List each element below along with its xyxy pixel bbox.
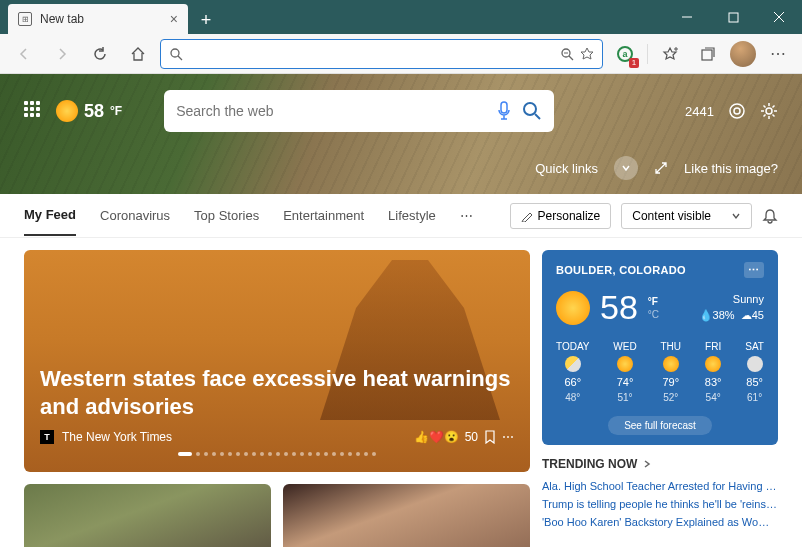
- address-input[interactable]: [189, 46, 554, 61]
- carousel-dots[interactable]: [40, 452, 514, 456]
- tab-title: New tab: [40, 12, 84, 26]
- zoom-icon[interactable]: [560, 47, 574, 61]
- sun-icon: [556, 291, 590, 325]
- source-logo: T: [40, 430, 54, 444]
- svg-point-15: [524, 103, 536, 115]
- extension-button[interactable]: a: [609, 38, 641, 70]
- forecast-day[interactable]: TODAY66°48°: [556, 341, 590, 403]
- bookmark-icon[interactable]: [484, 430, 496, 444]
- like-image-label[interactable]: Like this image?: [684, 161, 778, 176]
- nav-more-icon[interactable]: ⋯: [460, 196, 473, 235]
- profile-avatar[interactable]: [730, 41, 756, 67]
- svg-point-17: [730, 104, 744, 118]
- content-visible-dropdown[interactable]: Content visible: [621, 203, 752, 229]
- menu-button[interactable]: ⋯: [762, 38, 794, 70]
- settings-icon[interactable]: [760, 102, 778, 120]
- search-submit-icon[interactable]: [522, 101, 542, 121]
- new-tab-button[interactable]: +: [192, 6, 220, 34]
- weather-card[interactable]: BOULDER, COLORADO ⋯ 58 °F°C Sunny 💧38% ☁…: [542, 250, 778, 445]
- address-bar[interactable]: [160, 39, 603, 69]
- svg-rect-13: [702, 50, 712, 60]
- reaction-count: 50: [465, 430, 478, 444]
- new-tab-hero: 58°F 2441 Quick links Like this image?: [0, 74, 802, 194]
- trending-item[interactable]: 'Boo Hoo Karen' Backstory Explained as W…: [542, 513, 778, 531]
- close-window-button[interactable]: [756, 0, 802, 34]
- news-card-thumb[interactable]: [24, 484, 271, 547]
- trending-item[interactable]: Ala. High School Teacher Arrested for Ha…: [542, 477, 778, 495]
- weather-day-icon: [705, 356, 721, 372]
- hero-temp-unit: °F: [110, 104, 122, 118]
- nav-lifestyle[interactable]: Lifestyle: [388, 196, 436, 235]
- svg-rect-1: [729, 13, 738, 22]
- maximize-button[interactable]: [710, 0, 756, 34]
- chevron-right-icon: [643, 460, 651, 468]
- chevron-down-icon: [731, 211, 741, 221]
- weather-day-icon: [663, 356, 679, 372]
- refresh-button[interactable]: [84, 38, 116, 70]
- favorites-button[interactable]: [654, 38, 686, 70]
- favorite-icon[interactable]: [580, 47, 594, 61]
- card-menu-icon[interactable]: ⋯: [502, 430, 514, 444]
- weather-day-icon: [617, 356, 633, 372]
- weather-day-icon: [747, 356, 763, 372]
- trending-card: TRENDING NOW Ala. High School Teacher Ar…: [542, 457, 778, 531]
- svg-line-8: [569, 56, 573, 60]
- app-launcher-icon[interactable]: [24, 101, 44, 121]
- rewards-points[interactable]: 2441: [685, 104, 714, 119]
- home-button[interactable]: [122, 38, 154, 70]
- rewards-icon[interactable]: [728, 102, 746, 120]
- nav-coronavirus[interactable]: Coronavirus: [100, 196, 170, 235]
- trending-item[interactable]: Trump is telling people he thinks he'll …: [542, 495, 778, 513]
- minimize-button[interactable]: [664, 0, 710, 34]
- voice-search-icon[interactable]: [496, 101, 512, 121]
- content-visible-label: Content visible: [632, 209, 711, 223]
- forecast-day[interactable]: FRI83°54°: [705, 341, 722, 403]
- sun-icon: [56, 100, 78, 122]
- reaction-icons: 👍❤️😮: [414, 430, 459, 444]
- forecast-day[interactable]: WED74°51°: [613, 341, 636, 403]
- search-icon: [169, 47, 183, 61]
- forecast-day[interactable]: SAT85°61°: [745, 341, 764, 403]
- svg-line-5: [178, 56, 182, 60]
- weather-temp: 58: [600, 288, 638, 327]
- svg-text:a: a: [622, 49, 628, 59]
- window-controls: [664, 0, 802, 34]
- hero-search-box[interactable]: [164, 90, 554, 132]
- window-titlebar: ⊞ New tab × +: [0, 0, 802, 34]
- news-card-thumb[interactable]: [283, 484, 530, 547]
- svg-point-18: [734, 108, 740, 114]
- svg-rect-14: [501, 102, 507, 113]
- browser-toolbar: a ⋯: [0, 34, 802, 74]
- see-full-forecast[interactable]: See full forecast: [608, 416, 712, 435]
- collections-button[interactable]: [692, 38, 724, 70]
- tab-favicon: ⊞: [18, 12, 32, 26]
- hero-search-input[interactable]: [176, 103, 486, 119]
- hero-temp: 58: [84, 101, 104, 122]
- weather-menu-icon[interactable]: ⋯: [744, 262, 764, 278]
- hero-news-card[interactable]: Western states face excessive heat warni…: [24, 250, 530, 472]
- weather-location: BOULDER, COLORADO: [556, 264, 686, 276]
- notifications-icon[interactable]: [762, 208, 778, 224]
- personalize-label: Personalize: [538, 209, 601, 223]
- forecast-day[interactable]: THU79°52°: [660, 341, 681, 403]
- forward-button[interactable]: [46, 38, 78, 70]
- weather-day-icon: [565, 356, 581, 372]
- source-name: The New York Times: [62, 430, 172, 444]
- hero-weather[interactable]: 58°F: [56, 100, 122, 122]
- svg-point-4: [171, 49, 179, 57]
- quick-links-label: Quick links: [535, 161, 598, 176]
- expand-icon[interactable]: [654, 161, 668, 175]
- back-button[interactable]: [8, 38, 40, 70]
- nav-top-stories[interactable]: Top Stories: [194, 196, 259, 235]
- weather-humidity: 38%: [713, 309, 735, 321]
- quick-links-toggle[interactable]: [614, 156, 638, 180]
- nav-entertainment[interactable]: Entertainment: [283, 196, 364, 235]
- nav-my-feed[interactable]: My Feed: [24, 195, 76, 236]
- svg-line-16: [535, 114, 540, 119]
- hero-headline: Western states face excessive heat warni…: [40, 365, 514, 420]
- tab-close-icon[interactable]: ×: [170, 11, 178, 27]
- personalize-button[interactable]: Personalize: [510, 203, 612, 229]
- browser-tab[interactable]: ⊞ New tab ×: [8, 4, 188, 34]
- weather-units[interactable]: °F°C: [648, 295, 659, 321]
- feed-nav: My Feed Coronavirus Top Stories Entertai…: [0, 194, 802, 238]
